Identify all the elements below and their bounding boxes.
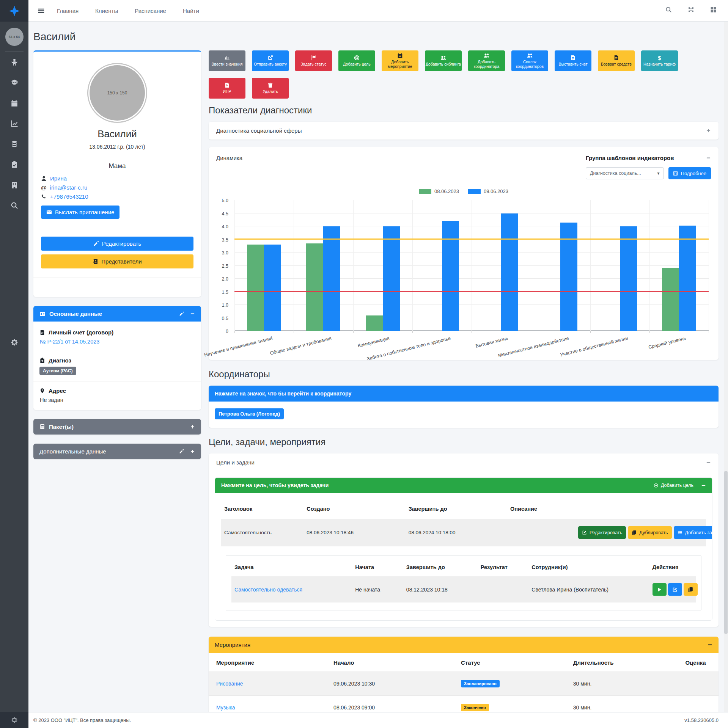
y-tick-label: 0 (226, 329, 228, 334)
topbar-search-button[interactable] (665, 6, 672, 15)
action-ввести-значения[interactable]: Ввести значения (209, 50, 245, 71)
edit-client-label: Редактировать (102, 240, 142, 247)
sidebar-item-building[interactable] (11, 181, 18, 191)
sidebar-item-graduate[interactable] (11, 79, 18, 88)
action-удалить[interactable]: Удалить (252, 78, 289, 99)
send-invite-label: Выслать приглашение (55, 209, 114, 215)
action-добавить-координатора[interactable]: Добавить координатора (468, 50, 505, 71)
tasks-column-header: Результат (478, 561, 529, 573)
tasks-column-header: Задача (231, 561, 352, 573)
action-label: Назначить тариф (643, 62, 676, 67)
collapse-icon[interactable] (706, 155, 711, 160)
indicator-group-select-value: Диагностика социаль... (590, 171, 641, 176)
tasks-table: ЗадачаНачатаЗавершить доРезультатСотрудн… (231, 561, 696, 602)
add-goal-button[interactable]: Добавить цель (654, 483, 693, 488)
parent-name-link[interactable]: Ирина (50, 175, 67, 182)
action-выставить-счет[interactable]: Выставить счет (555, 50, 591, 71)
representatives-button[interactable]: Представители (41, 254, 193, 268)
sidebar-item-search[interactable] (11, 202, 18, 211)
packages-card[interactable]: Пакет(ы) (33, 419, 201, 435)
action-ипр[interactable]: ИПР (209, 78, 245, 99)
coordinators-card: Нажмите на значок, что бы перейти к коор… (209, 386, 719, 428)
action-возврат-средств[interactable]: Возврат средств (598, 50, 635, 71)
collapse-icon[interactable] (708, 642, 712, 647)
main-data-card: Основные данные Личный счет (договор) № … (33, 306, 201, 410)
action-список-координаторов[interactable]: Список координаторов (511, 50, 548, 71)
action-label: Отправить анкету (254, 62, 287, 67)
sidebar-item-child[interactable] (11, 58, 18, 68)
x-category-label: Участие в общественной жизни (560, 336, 629, 358)
expand-plus-icon[interactable] (190, 424, 195, 429)
sidebar-item-clipboard-check[interactable] (11, 161, 18, 170)
nav-search[interactable]: Найти (183, 8, 199, 14)
contract-link[interactable]: № Р-22/1 от 14.05.2023 (40, 339, 195, 345)
scrollbar[interactable] (724, 22, 728, 712)
event-name-link[interactable]: Музыка (216, 704, 235, 711)
nav-home[interactable]: Главная (57, 8, 79, 14)
parent-email-link[interactable]: irina@star-c.ru (50, 184, 88, 191)
action-добавить-мероприятие[interactable]: Добавить мероприятие (382, 50, 418, 71)
dynamics-chart: 08.06.202309.06.2023 00.51.01.52.02.53.0… (216, 188, 711, 351)
collapse-icon[interactable] (701, 483, 706, 488)
action-задать-статус[interactable]: Задать статус (295, 50, 332, 71)
goal-дублировать-button[interactable]: Дублировать (628, 526, 671, 539)
indicator-group-select[interactable]: Диагностика социаль... ▾ (586, 167, 664, 179)
sidebar-settings[interactable] (0, 339, 28, 346)
pencil-icon[interactable] (179, 449, 184, 454)
expand-plus-icon[interactable] (190, 449, 195, 454)
action-отправить-анкету[interactable]: Отправить анкету (252, 50, 289, 71)
collapse-icon[interactable] (190, 311, 195, 316)
goal-добавить-задачу-button[interactable]: Добавить задачу (674, 526, 712, 539)
edit-task-button[interactable] (668, 583, 682, 596)
task-name-link[interactable]: Самостоятельно одеваться (234, 587, 302, 593)
pencil-icon[interactable] (179, 311, 184, 316)
x-category-label: Средний уровень (648, 336, 687, 350)
action-добавить-цель[interactable]: Добавить цель (338, 50, 375, 71)
social-diagnostics-panel[interactable]: Диагностика социальной сферы (209, 122, 719, 140)
divider (33, 381, 201, 381)
action-добавить-сиблинга[interactable]: Добавить сиблинга (425, 50, 462, 71)
collapse-icon[interactable] (706, 460, 711, 465)
goal-редактировать-button[interactable]: Редактировать (578, 526, 626, 539)
play-icon (657, 587, 662, 592)
sidebar-item-coins[interactable] (11, 140, 18, 150)
send-invite-button[interactable]: Выслать приглашение (41, 206, 119, 219)
goal-row[interactable]: Самостоятельность 08.06.2023 10:18:46 08… (221, 519, 706, 546)
x-tick (412, 331, 413, 333)
scrollbar-thumb[interactable] (724, 471, 728, 634)
nav-schedule[interactable]: Расписание (135, 8, 166, 14)
users-icon (484, 53, 489, 58)
x-tick (649, 331, 650, 333)
sidebar-item-calendar[interactable] (11, 99, 18, 109)
additional-data-card[interactable]: Дополнительные данные (33, 444, 201, 459)
start-task-button[interactable] (653, 583, 667, 596)
action-назначить-тариф[interactable]: $Назначить тариф (641, 50, 678, 71)
sidebar-footer-settings[interactable] (0, 712, 28, 728)
parent-phone-link[interactable]: +79876543210 (50, 193, 88, 200)
sidebar-menu (0, 58, 28, 211)
app-version: v1.58.230605.0 (684, 717, 719, 723)
details-button[interactable]: Подробнее (668, 167, 711, 179)
client-birthdate: 13.06.2012 г.р. (10 лет) (41, 144, 193, 150)
coordinator-badge[interactable]: Петрова Ольга (Логопед) (215, 408, 284, 419)
event-status-badge: Запланировано (461, 680, 500, 687)
edit-sq-icon (672, 587, 678, 592)
bar-09.06.2023 (620, 226, 637, 331)
bar-09.06.2023 (501, 213, 518, 331)
sidebar-item-chart-line[interactable] (11, 120, 18, 129)
edit-client-button[interactable]: Редактировать (41, 237, 193, 251)
social-panel-title: Диагностика социальной сферы (216, 127, 302, 134)
topbar-grid-button[interactable] (710, 6, 717, 15)
events-table-header: МероприятиеНачалоСтатусДлительностьОценк… (209, 653, 719, 672)
app-logo[interactable] (0, 0, 28, 22)
topbar-expand-button[interactable] (688, 6, 694, 15)
coins-icon (11, 140, 18, 148)
event-name-link[interactable]: Рисование (216, 681, 243, 687)
menu-icon[interactable] (38, 7, 45, 14)
x-tick (590, 331, 591, 333)
expand-plus-icon[interactable] (706, 128, 711, 133)
sidebar-avatar[interactable]: 64 x 64 (5, 28, 24, 46)
nav-clients[interactable]: Клиенты (95, 8, 118, 14)
goal-title: Самостоятельность (221, 522, 303, 543)
duplicate-task-button[interactable] (684, 583, 698, 596)
